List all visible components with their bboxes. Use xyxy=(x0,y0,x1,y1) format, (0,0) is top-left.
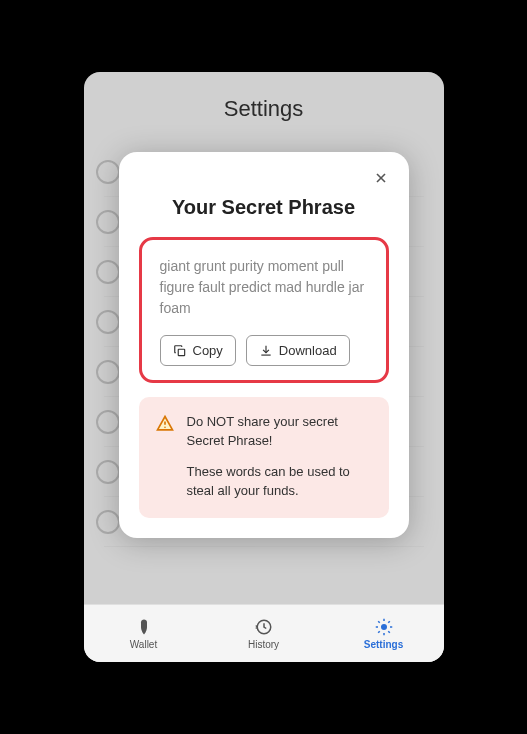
svg-rect-2 xyxy=(178,349,184,355)
phrase-container: giant grunt purity moment pull figure fa… xyxy=(139,237,389,383)
phone-frame: Settings Your Secret Phrase giant grunt … xyxy=(84,72,444,662)
nav-wallet-label: Wallet xyxy=(130,639,157,650)
wallet-icon xyxy=(135,618,153,636)
button-row: Copy Download xyxy=(160,335,368,366)
download-button[interactable]: Download xyxy=(246,335,350,366)
modal-title: Your Secret Phrase xyxy=(139,196,389,219)
history-icon xyxy=(255,618,273,636)
copy-icon xyxy=(173,344,187,358)
close-button[interactable] xyxy=(369,166,393,190)
svg-point-6 xyxy=(381,624,386,629)
secret-phrase-modal: Your Secret Phrase giant grunt purity mo… xyxy=(119,152,409,538)
nav-settings-label: Settings xyxy=(364,639,403,650)
copy-button[interactable]: Copy xyxy=(160,335,236,366)
close-icon xyxy=(373,170,389,186)
download-icon xyxy=(259,344,273,358)
bottom-nav: Wallet History Settings xyxy=(84,604,444,662)
warning-line-1: Do NOT share your secret Secret Phrase! xyxy=(187,413,373,451)
svg-point-4 xyxy=(164,427,166,429)
nav-history-label: History xyxy=(248,639,279,650)
warning-icon xyxy=(155,414,175,434)
copy-label: Copy xyxy=(193,343,223,358)
secret-phrase-text: giant grunt purity moment pull figure fa… xyxy=(160,256,368,319)
nav-settings[interactable]: Settings xyxy=(324,605,444,662)
warning-line-2: These words can be used to steal all you… xyxy=(187,463,373,501)
modal-overlay[interactable]: Your Secret Phrase giant grunt purity mo… xyxy=(84,72,444,662)
download-label: Download xyxy=(279,343,337,358)
nav-wallet[interactable]: Wallet xyxy=(84,605,204,662)
warning-box: Do NOT share your secret Secret Phrase! … xyxy=(139,397,389,518)
nav-history[interactable]: History xyxy=(204,605,324,662)
settings-icon xyxy=(375,618,393,636)
warning-text: Do NOT share your secret Secret Phrase! … xyxy=(187,413,373,500)
